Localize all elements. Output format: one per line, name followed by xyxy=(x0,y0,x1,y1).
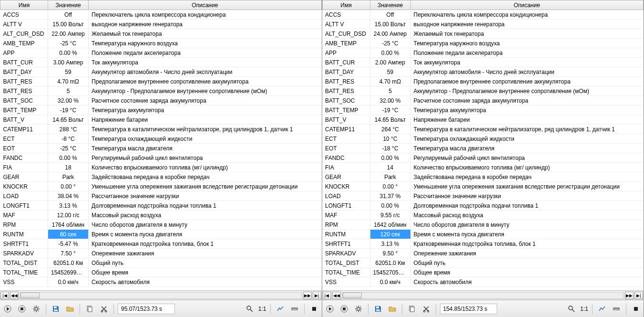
col-header-name[interactable]: Имя xyxy=(322,0,370,10)
record-button[interactable] xyxy=(308,303,320,315)
zoom-button[interactable] xyxy=(244,303,256,315)
chart-button[interactable] xyxy=(275,303,286,315)
table-row[interactable]: SHRTFT1-5.47 %Кратковременная подстройка… xyxy=(0,239,322,249)
table-row[interactable]: BATT_SOC32.00 %Расчетное состояние заряд… xyxy=(0,96,322,106)
table-row[interactable]: VSS0.0 км/чСкорость автомобиля xyxy=(0,277,322,287)
table-row[interactable]: TOTAL_DIST62051.0 КмОбщий путь xyxy=(0,258,322,268)
gear-button[interactable] xyxy=(353,303,364,315)
table-row[interactable]: BATT_RES4.70 mΩПредполагаемое внутреннее… xyxy=(322,77,644,86)
table-row[interactable]: ALT_CUR_DSD24.00 АмперЖелаемый ток генер… xyxy=(322,29,644,39)
table-row[interactable]: ALT_CUR_DSD22.00 АмперЖелаемый ток генер… xyxy=(0,29,322,39)
nav-last-button[interactable]: ▶| xyxy=(313,292,321,299)
table-row[interactable]: BATT_CUR2.00 АмперТок аккумулятора xyxy=(322,58,644,67)
table-row[interactable]: VSS0.0 км/чСкорость автомобиля xyxy=(322,277,644,287)
open-button[interactable] xyxy=(387,303,398,315)
table-row[interactable]: MAF12.00 г/сМассовый расход воздуха xyxy=(0,211,322,220)
nav-first-button[interactable]: |◀ xyxy=(323,292,331,299)
param-value: 288 °C xyxy=(48,125,89,134)
table-row[interactable]: AMB_TEMP-25 °CТемпература наружного возд… xyxy=(322,39,644,48)
nav-first-button[interactable]: |◀ xyxy=(0,292,9,299)
table-row[interactable]: LONGFT13.13 %Долговременная подстройка п… xyxy=(0,201,322,211)
table-row[interactable]: BATT_DAY59Аккумулятор автомобиля - Число… xyxy=(322,67,644,77)
hscroll-track[interactable] xyxy=(342,292,624,299)
table-row[interactable]: SPARKADV7.50 °Опережение зажигания xyxy=(0,249,322,258)
table-row[interactable]: LOAD38.04 %Рассчитанное значение нагрузк… xyxy=(0,191,322,201)
zoom-button[interactable] xyxy=(566,303,577,315)
play-button[interactable] xyxy=(324,303,336,315)
record-button[interactable] xyxy=(630,303,642,315)
save-button[interactable] xyxy=(372,303,384,315)
table-row[interactable]: BATT_CUR3.00 АмперТок аккумулятора xyxy=(0,58,322,67)
table-row[interactable]: BATT_RES5Аккумулятор - Предполагаемое вн… xyxy=(322,86,644,96)
table-row[interactable]: RUNTM60 секВремя с момента пуска двигате… xyxy=(0,230,322,239)
table-row[interactable]: ALTT V15.00 Вольтвыходное напряжение ген… xyxy=(322,20,644,29)
table-row[interactable]: ACCSOffПереключатель цикла компрессора к… xyxy=(322,10,644,20)
nav-prev-button[interactable]: ◀◀ xyxy=(10,292,19,299)
table-row[interactable]: SHRTFT13.13 %Кратковременная подстройка … xyxy=(322,239,644,249)
save-button[interactable] xyxy=(50,303,61,315)
col-header-value[interactable]: Значение xyxy=(48,0,89,10)
table-row[interactable]: RPM1764 об/минЧисло оборотов двигателя в… xyxy=(0,220,322,230)
table-row[interactable]: LONGFT10.00 %Долговременная подстройка п… xyxy=(322,201,644,211)
table-row[interactable]: KNOCKR0.00 °Уменьшение угла опережения з… xyxy=(0,182,322,191)
table-row[interactable]: AMB_TEMP-25 °CТемпература наружного возд… xyxy=(0,39,322,48)
table-row[interactable]: CATEMP11288 °CТемпература в каталитическ… xyxy=(0,125,322,134)
table-row[interactable]: EOT-25 °CТемпература масла двигателя xyxy=(0,144,322,153)
ruler-button[interactable] xyxy=(611,303,622,315)
table-row[interactable]: RPM1642 об/минЧисло оборотов двигателя в… xyxy=(322,220,644,230)
table-row[interactable]: LOAD31.37 %Рассчитанное значение нагрузк… xyxy=(322,191,644,201)
table-row[interactable]: BATT_RES5Аккумулятор - Предполагаемое вн… xyxy=(0,86,322,96)
table-row[interactable]: KNOCKR0.00 °Уменьшение угла опережения з… xyxy=(322,182,644,191)
table-row[interactable]: FANDC0.00 %Регулируемый рабочий цикл вен… xyxy=(322,153,644,163)
table-row[interactable]: TOTAL_DIST62051.0 КмОбщий путь xyxy=(322,258,644,268)
table-row[interactable]: ACCSOffПереключатель цикла компрессора к… xyxy=(0,10,322,20)
hscroll-thumb[interactable] xyxy=(20,293,40,298)
table-row[interactable]: MAF9.55 г/сМассовый расход воздуха xyxy=(322,211,644,220)
table-row[interactable]: BATT_TEMP-19 °CТемпература аккумулятора xyxy=(0,106,322,115)
table-row[interactable]: GEARParkЗадействована передача в коробке… xyxy=(0,172,322,182)
table-row[interactable]: GEARParkЗадействована передача в коробке… xyxy=(322,172,644,182)
nav-prev-button[interactable]: ◀◀ xyxy=(332,292,341,299)
table-row[interactable]: EOT-18 °CТемпература масла двигателя xyxy=(322,144,644,153)
table-row[interactable]: BATT_DAY59Аккумулятор автомобиля - Число… xyxy=(0,67,322,77)
cut-button[interactable] xyxy=(98,303,110,315)
play-button[interactable] xyxy=(2,303,13,315)
table-row[interactable]: BATT_TEMP-19 °CТемпература аккумулятора xyxy=(322,106,644,115)
gear-button[interactable] xyxy=(31,303,42,315)
table-row[interactable]: FIA18Количество впрыскиваемого топлива (… xyxy=(0,163,322,172)
cut-button[interactable] xyxy=(420,303,432,315)
table-row[interactable]: APP0.00 %Положение педали акселератора xyxy=(0,48,322,58)
table-row[interactable]: TOTAL_TIME154527056 секОбщее время xyxy=(322,268,644,277)
col-header-value[interactable]: Значение xyxy=(370,0,410,10)
copy-button[interactable] xyxy=(84,303,95,315)
stop-button[interactable] xyxy=(338,303,350,315)
table-row[interactable]: ECT10 °CТемпература охлаждающей жидкости xyxy=(322,134,644,144)
table-row[interactable]: BATT_SOC32.00 %Расчетное состояние заряд… xyxy=(322,96,644,106)
hscroll-track[interactable] xyxy=(20,292,302,299)
table-row[interactable]: BATT_V14.65 ВольтНапряжение батареи xyxy=(322,115,644,125)
table-row[interactable]: APP0.00 %Положение педали акселератора xyxy=(322,48,644,58)
stop-button[interactable] xyxy=(16,303,28,315)
col-header-desc[interactable]: Описание xyxy=(410,0,644,10)
copy-button[interactable] xyxy=(406,303,418,315)
col-header-desc[interactable]: Описание xyxy=(89,0,322,10)
open-button[interactable] xyxy=(64,303,76,315)
table-row[interactable]: BATT_V14.65 ВольтНапряжение батареи xyxy=(0,115,322,125)
table-row[interactable]: ECT-8 °CТемпература охлаждающей жидкости xyxy=(0,134,322,144)
param-value: 7.50 ° xyxy=(48,249,89,258)
table-row[interactable]: TOTAL_TIME154526992 секОбщее время xyxy=(0,268,322,277)
ruler-button[interactable] xyxy=(289,303,300,315)
table-row[interactable]: ALTT V15.00 Вольтвыходное напряжение ген… xyxy=(0,20,322,29)
table-row[interactable]: BATT_RES4.70 mΩПредполагаемое внутреннее… xyxy=(0,77,322,86)
table-row[interactable]: CATEMP11264 °CТемпература в каталитическ… xyxy=(322,125,644,134)
table-row[interactable]: RUNTM120 секВремя с момента пуска двигат… xyxy=(322,230,644,239)
table-row[interactable]: FIA14Количество впрыскиваемого топлива (… xyxy=(322,163,644,172)
col-header-name[interactable]: Имя xyxy=(0,0,48,10)
table-row[interactable]: FANDC0.00 %Регулируемый рабочий цикл вен… xyxy=(0,153,322,163)
nav-next-button[interactable]: ▶▶ xyxy=(625,292,634,299)
hscroll-thumb[interactable] xyxy=(343,293,362,298)
chart-button[interactable] xyxy=(596,303,608,315)
nav-last-button[interactable]: ▶| xyxy=(634,292,643,299)
nav-next-button[interactable]: ▶▶ xyxy=(303,292,312,299)
table-row[interactable]: SPARKADV9.50 °Опережение зажигания xyxy=(322,249,644,258)
